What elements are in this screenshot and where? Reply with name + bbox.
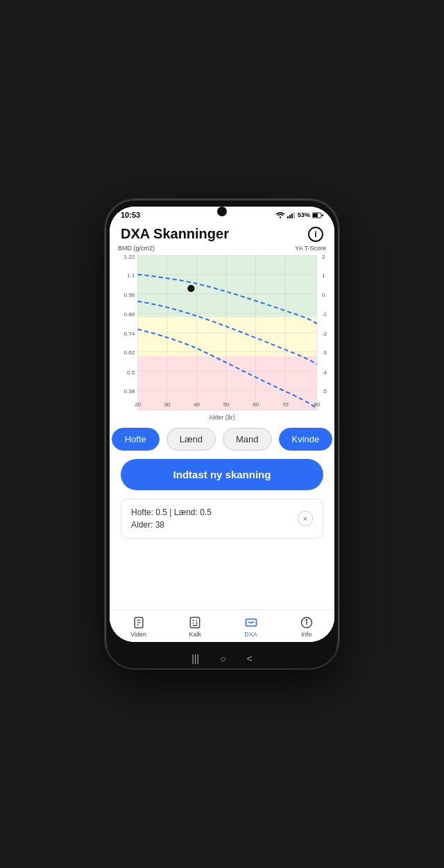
svg-rect-54 — [191, 618, 200, 628]
svg-rect-9 — [137, 318, 316, 356]
svg-text:0.5: 0.5 — [127, 370, 135, 376]
svg-text:-2: -2 — [322, 331, 327, 337]
svg-text:0.38: 0.38 — [124, 388, 135, 394]
nav-item-info[interactable]: Info — [293, 614, 321, 639]
svg-text:0.98: 0.98 — [124, 292, 135, 298]
nav-item-dxa[interactable]: DXA — [237, 614, 265, 639]
svg-point-0 — [280, 216, 281, 218]
y-axis-right-label: YA T-Score — [295, 245, 326, 252]
svg-text:1.1: 1.1 — [127, 272, 135, 279]
new-scan-button[interactable]: Indtast ny skanning — [121, 459, 323, 490]
recent-apps-button[interactable]: ||| — [191, 653, 199, 664]
app-header: DXA Skanninger i — [110, 220, 334, 245]
svg-text:0.86: 0.86 — [124, 311, 135, 318]
scan-record-line1: Hofte: 0.5 | Lænd: 0.5 — [131, 506, 212, 519]
svg-text:1.22: 1.22 — [124, 254, 135, 260]
svg-text:30: 30 — [164, 401, 171, 408]
svg-rect-3 — [291, 214, 293, 218]
svg-text:2: 2 — [322, 254, 325, 260]
svg-rect-8 — [137, 256, 316, 318]
battery-icon — [312, 212, 323, 218]
wifi-icon — [275, 211, 285, 218]
info-icon — [300, 616, 314, 630]
dxa-icon — [244, 616, 258, 630]
chart-axis-labels: BMD (g/cm2) YA T-Score — [117, 245, 327, 252]
chart-container: BMD (g/cm2) YA T-Score — [110, 245, 334, 421]
kalk-icon — [188, 616, 202, 630]
chart-area: 1.22 1.1 0.98 0.86 0.74 0.62 0.5 0.38 2 … — [117, 253, 327, 413]
svg-text:0.74: 0.74 — [124, 331, 135, 337]
back-button[interactable]: < — [247, 653, 253, 664]
scan-record-line2: Alder: 38 — [131, 519, 212, 531]
page-title: DXA Skanninger — [121, 226, 229, 242]
main-action-container: Indtast ny skanning — [110, 455, 334, 494]
svg-text:-3: -3 — [322, 349, 327, 356]
remove-scan-button[interactable]: × — [298, 511, 313, 526]
nav-label-info: Info — [301, 631, 311, 638]
svg-text:60: 60 — [253, 401, 259, 408]
laend-button[interactable]: Lænd — [166, 428, 216, 451]
svg-rect-4 — [293, 212, 295, 218]
svg-point-65 — [306, 620, 307, 620]
home-indicator: ||| ○ < — [105, 649, 339, 668]
scan-record-text: Hofte: 0.5 | Lænd: 0.5 Alder: 38 — [131, 506, 212, 531]
kvinde-button[interactable]: Kvinde — [279, 428, 333, 451]
svg-text:-5: -5 — [322, 388, 327, 394]
x-axis-label: Alder (år) — [117, 414, 327, 421]
nav-label-dxa: DXA — [244, 631, 257, 638]
status-icons: 53% — [275, 211, 323, 218]
svg-rect-2 — [289, 215, 291, 218]
svg-text:-1: -1 — [322, 311, 327, 318]
hofte-button[interactable]: Hofte — [112, 428, 160, 451]
nav-label-viden: Viden — [130, 631, 146, 638]
segment-buttons: Hofte Lænd Mand Kvinde — [110, 421, 334, 455]
svg-rect-1 — [287, 216, 289, 218]
scan-record: Hofte: 0.5 | Lænd: 0.5 Alder: 38 × — [121, 498, 323, 539]
svg-text:70: 70 — [282, 401, 289, 408]
camera-notch — [217, 207, 227, 216]
y-axis-left-label: BMD (g/cm2) — [118, 245, 155, 252]
status-time: 10:53 — [121, 211, 140, 219]
svg-text:20: 20 — [135, 401, 142, 408]
svg-text:0.62: 0.62 — [124, 349, 135, 356]
viden-icon — [132, 616, 146, 630]
data-point — [187, 285, 194, 292]
home-button[interactable]: ○ — [220, 653, 225, 664]
app-content: DXA Skanninger i BMD (g/cm2) YA T-Score — [110, 220, 334, 642]
chart-svg: 1.22 1.1 0.98 0.86 0.74 0.62 0.5 0.38 2 … — [117, 253, 327, 413]
svg-rect-7 — [322, 214, 323, 216]
svg-rect-6 — [313, 214, 318, 217]
nav-label-kalk: Kalk — [189, 631, 202, 638]
header-info-button[interactable]: i — [308, 227, 323, 242]
svg-text:0: 0 — [322, 292, 325, 298]
bottom-nav: Viden Kalk — [110, 609, 334, 642]
nav-item-viden[interactable]: Viden — [123, 614, 153, 639]
svg-text:-4: -4 — [322, 370, 327, 376]
mand-button[interactable]: Mand — [223, 428, 272, 451]
signal-icon — [287, 211, 296, 218]
svg-text:40: 40 — [194, 401, 200, 408]
svg-text:50: 50 — [223, 401, 230, 408]
battery-text: 53% — [298, 211, 310, 218]
nav-item-kalk[interactable]: Kalk — [181, 614, 209, 639]
svg-text:1: 1 — [322, 272, 325, 279]
